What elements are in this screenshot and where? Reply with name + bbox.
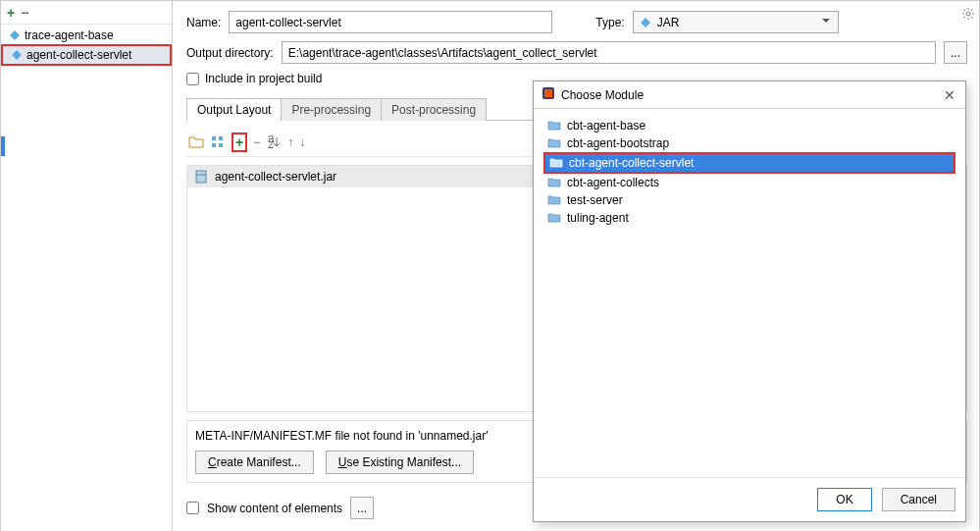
add-content-icon[interactable]: + xyxy=(235,134,243,150)
cancel-button[interactable]: Cancel xyxy=(882,488,955,511)
artifact-icon xyxy=(11,49,23,61)
module-label: tuling-agent xyxy=(567,211,629,225)
tree-item-label: agent-collect-servlet xyxy=(26,48,131,62)
module-item[interactable]: cbt-agent-base xyxy=(543,117,955,134)
jar-icon xyxy=(640,17,651,28)
dialog-titlebar: Choose Module ✕ xyxy=(534,81,965,109)
svg-rect-12 xyxy=(212,136,216,140)
name-input[interactable] xyxy=(229,11,552,33)
tab-label: Output Layout xyxy=(197,103,271,117)
arrow-down-icon[interactable]: ↓ xyxy=(299,135,305,149)
svg-marker-0 xyxy=(10,30,20,40)
module-folder-icon xyxy=(547,120,561,132)
svg-line-8 xyxy=(971,17,973,19)
add-content-highlight: + xyxy=(232,133,247,152)
add-icon[interactable]: + xyxy=(7,5,15,21)
ok-button[interactable]: OK xyxy=(817,488,871,511)
module-folder-icon xyxy=(547,194,561,206)
type-label: Type: xyxy=(595,16,624,29)
svg-rect-14 xyxy=(212,143,216,147)
show-content-browse[interactable]: ... xyxy=(350,497,374,519)
module-label: cbt-agent-collects xyxy=(567,176,659,189)
module-label: cbt-agent-collect-servlet xyxy=(569,156,694,170)
tab-pre-processing[interactable]: Pre-processing xyxy=(281,98,382,121)
name-type-row: Name: Type: JAR xyxy=(186,11,967,33)
svg-rect-15 xyxy=(219,143,223,147)
tab-output-layout[interactable]: Output Layout xyxy=(186,98,282,121)
output-dir-input[interactable] xyxy=(282,41,936,64)
svg-line-7 xyxy=(964,10,966,12)
show-content-checkbox[interactable] xyxy=(186,502,199,514)
svg-marker-11 xyxy=(641,18,650,27)
svg-point-2 xyxy=(966,12,970,16)
svg-rect-13 xyxy=(219,136,223,140)
dialog-footer: OK Cancel xyxy=(534,477,965,521)
svg-line-10 xyxy=(971,10,973,12)
module-list[interactable]: cbt-agent-base cbt-agent-bootstrap cbt-a… xyxy=(534,109,965,477)
button-label: OK xyxy=(836,493,852,506)
svg-text:z: z xyxy=(268,137,274,150)
module-label: test-server xyxy=(567,193,623,207)
module-label: cbt-agent-base xyxy=(567,119,645,133)
include-build-label: Include in project build xyxy=(205,72,322,85)
remove-icon[interactable]: − xyxy=(21,5,28,21)
selection-indicator xyxy=(1,136,5,156)
artifact-icon xyxy=(9,29,21,41)
use-manifest-button[interactable]: UUse Existing Manifest...se Existing Man… xyxy=(326,451,474,474)
tab-label: Post-processing xyxy=(391,103,476,117)
type-combo[interactable]: JAR xyxy=(633,11,839,33)
browse-button[interactable]: ... xyxy=(944,41,967,64)
grid-icon[interactable] xyxy=(210,134,226,150)
remove-content-icon[interactable]: − xyxy=(253,135,260,149)
module-item[interactable]: cbt-agent-bootstrap xyxy=(543,134,955,152)
sort-icon[interactable]: az xyxy=(266,134,282,150)
button-label: Cancel xyxy=(901,493,937,506)
artifacts-sidebar: + − trace-agent-base agent-collect-servl… xyxy=(1,1,173,531)
module-item[interactable]: test-server xyxy=(543,191,955,209)
module-folder-icon xyxy=(547,137,561,149)
module-label: cbt-agent-bootstrap xyxy=(567,136,669,150)
dialog-title: Choose Module xyxy=(561,88,944,102)
tree-item-agent-collect-servlet[interactable]: agent-collect-servlet xyxy=(1,44,172,66)
svg-rect-21 xyxy=(544,89,552,97)
choose-module-dialog: Choose Module ✕ cbt-agent-base cbt-agent… xyxy=(533,80,966,522)
arrow-up-icon[interactable]: ↑ xyxy=(287,135,293,149)
tab-label: Pre-processing xyxy=(291,103,371,117)
artifact-tree: trace-agent-base agent-collect-servlet xyxy=(1,25,172,68)
module-folder-icon xyxy=(549,157,563,169)
tab-post-processing[interactable]: Post-processing xyxy=(381,98,487,121)
module-folder-icon xyxy=(547,177,561,188)
output-dir-row: Output directory: ... xyxy=(186,41,967,64)
module-folder-icon xyxy=(547,212,561,224)
archive-icon xyxy=(193,169,209,185)
close-icon[interactable]: ✕ xyxy=(944,87,955,103)
module-item-selected[interactable]: cbt-agent-collect-servlet xyxy=(543,152,955,174)
layout-item-label: agent-collect-servlet.jar xyxy=(215,170,336,184)
module-item[interactable]: tuling-agent xyxy=(543,209,955,227)
name-label: Name: xyxy=(186,16,221,29)
output-dir-label: Output directory: xyxy=(186,46,274,60)
create-manifest-button[interactable]: CCreate Manifest...reate Manifest... xyxy=(195,451,314,474)
gear-icon[interactable] xyxy=(961,7,975,24)
sidebar-toolbar: + − xyxy=(1,1,172,25)
svg-rect-18 xyxy=(196,171,206,183)
tree-item-label: trace-agent-base xyxy=(25,28,114,42)
show-content-label: Show content of elements xyxy=(207,502,342,515)
module-item[interactable]: cbt-agent-collects xyxy=(543,174,955,191)
include-build-checkbox[interactable] xyxy=(186,73,199,85)
app-icon xyxy=(542,86,555,103)
type-combo-value: JAR xyxy=(657,16,680,29)
svg-line-9 xyxy=(964,17,966,19)
svg-marker-1 xyxy=(12,50,22,60)
tree-item-trace-agent-base[interactable]: trace-agent-base xyxy=(1,27,172,44)
folder-icon[interactable] xyxy=(188,134,204,150)
